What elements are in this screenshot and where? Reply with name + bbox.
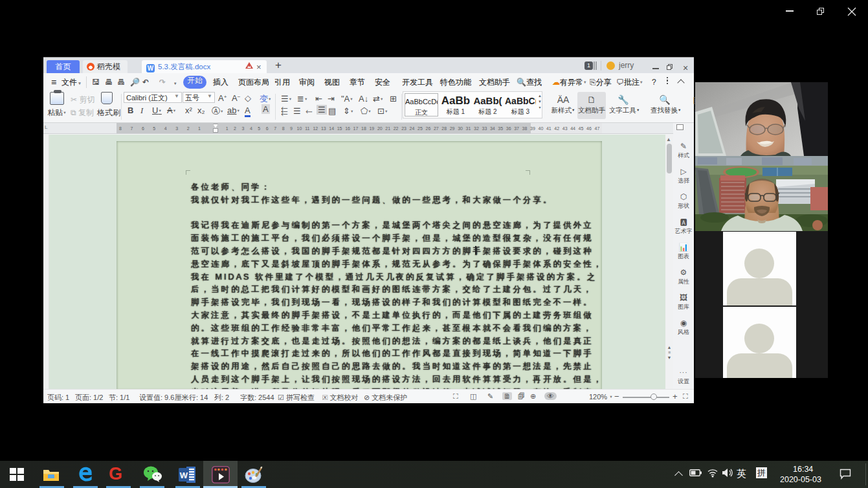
svg-text:W: W xyxy=(180,471,188,480)
